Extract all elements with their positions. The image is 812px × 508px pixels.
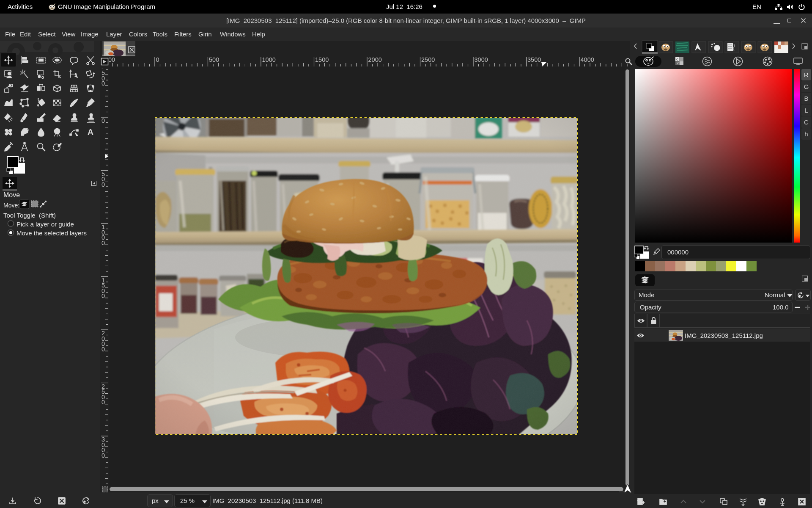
svg-text:4000: 4000	[581, 56, 594, 63]
svg-text:C: C	[676, 58, 678, 61]
svg-text:0: 0	[102, 80, 105, 87]
svg-text:1000: 1000	[262, 56, 276, 63]
svg-text:0: 0	[102, 293, 105, 299]
svg-text:0: 0	[102, 240, 105, 246]
svg-text:3500: 3500	[527, 56, 541, 63]
svg-text:2500: 2500	[421, 56, 435, 63]
svg-text:0: 0	[102, 181, 105, 188]
svg-text:0: 0	[102, 399, 105, 406]
svg-text:0: 0	[102, 346, 105, 353]
svg-text:0: 0	[102, 117, 105, 124]
svg-text:3000: 3000	[475, 56, 488, 63]
svg-text:0: 0	[156, 56, 159, 63]
svg-text:Y: Y	[677, 62, 679, 65]
svg-text:A: A	[88, 127, 93, 137]
svg-text:-500: -500	[109, 56, 115, 63]
svg-text:1500: 1500	[315, 56, 329, 63]
svg-text:500: 500	[209, 56, 219, 63]
svg-text:2000: 2000	[368, 56, 382, 63]
svg-text:0: 0	[102, 452, 105, 459]
